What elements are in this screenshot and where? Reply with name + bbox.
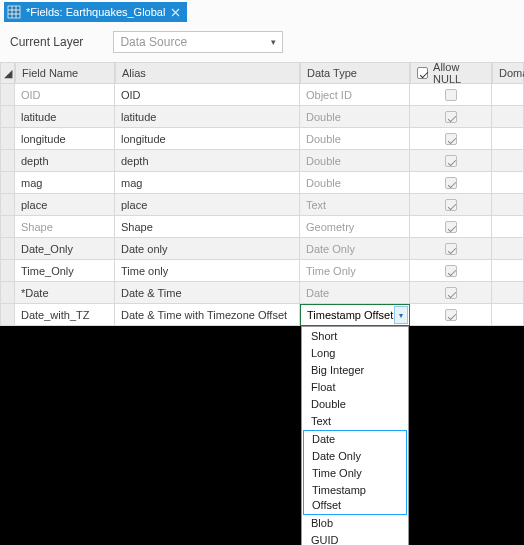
allow-null-checkbox[interactable] <box>445 155 457 167</box>
cell-allow-null[interactable] <box>410 282 492 304</box>
dropdown-item[interactable]: Date Only <box>304 448 406 465</box>
dropdown-item[interactable]: Timestamp Offset <box>304 482 406 514</box>
table-row[interactable]: latitudelatitudeDouble <box>0 106 524 128</box>
cell-alias[interactable]: Date only <box>115 238 300 260</box>
layer-dropdown[interactable]: Data Source ▾ <box>113 31 283 53</box>
dropdown-item[interactable]: Double <box>303 396 407 413</box>
row-handle[interactable] <box>0 216 15 238</box>
cell-allow-null[interactable] <box>410 150 492 172</box>
rowhandle-header[interactable]: ◢ <box>0 62 15 84</box>
cell-domain[interactable] <box>492 194 524 216</box>
cell-alias[interactable]: Date & Time with Timezone Offset <box>115 304 300 326</box>
allow-null-checkbox[interactable] <box>445 287 457 299</box>
col-alias[interactable]: Alias <box>115 62 300 84</box>
cell-alias[interactable]: Shape <box>115 216 300 238</box>
row-handle[interactable] <box>0 282 15 304</box>
cell-allow-null[interactable] <box>410 260 492 282</box>
table-row[interactable]: placeplaceText <box>0 194 524 216</box>
cell-field-name[interactable]: OID <box>15 84 115 106</box>
cell-domain[interactable] <box>492 172 524 194</box>
cell-data-type[interactable]: Double <box>300 106 410 128</box>
allow-null-checkbox[interactable] <box>445 265 457 277</box>
table-row[interactable]: magmagDouble <box>0 172 524 194</box>
table-row[interactable]: longitudelongitudeDouble <box>0 128 524 150</box>
row-handle[interactable] <box>0 150 15 172</box>
cell-alias[interactable]: latitude <box>115 106 300 128</box>
cell-alias[interactable]: place <box>115 194 300 216</box>
cell-data-type[interactable]: Time Only <box>300 260 410 282</box>
cell-domain[interactable] <box>492 106 524 128</box>
cell-field-name[interactable]: Time_Only <box>15 260 115 282</box>
cell-data-type[interactable]: Geometry <box>300 216 410 238</box>
table-row[interactable]: ShapeShapeGeometry <box>0 216 524 238</box>
cell-alias[interactable]: Date & Time <box>115 282 300 304</box>
cell-field-name[interactable]: place <box>15 194 115 216</box>
table-row[interactable]: *DateDate & TimeDate <box>0 282 524 304</box>
table-row[interactable]: depthdepthDouble <box>0 150 524 172</box>
cell-allow-null[interactable] <box>410 238 492 260</box>
cell-alias[interactable]: mag <box>115 172 300 194</box>
cell-domain[interactable] <box>492 84 524 106</box>
cell-domain[interactable] <box>492 216 524 238</box>
cell-domain[interactable] <box>492 282 524 304</box>
row-handle[interactable] <box>0 238 15 260</box>
row-handle[interactable] <box>0 304 15 326</box>
cell-alias[interactable]: depth <box>115 150 300 172</box>
allow-null-checkbox[interactable] <box>445 177 457 189</box>
table-row[interactable]: OIDOIDObject ID <box>0 84 524 106</box>
dropdown-item[interactable]: Big Integer <box>303 362 407 379</box>
dropdown-item[interactable]: Short <box>303 328 407 345</box>
cell-domain[interactable] <box>492 128 524 150</box>
cell-allow-null[interactable] <box>410 106 492 128</box>
close-icon[interactable] <box>169 6 181 18</box>
cell-field-name[interactable]: mag <box>15 172 115 194</box>
table-row[interactable]: Date_OnlyDate onlyDate Only <box>0 238 524 260</box>
data-type-dropdown-list[interactable]: ShortLongBig IntegerFloatDoubleText Date… <box>301 326 409 545</box>
cell-allow-null[interactable] <box>410 216 492 238</box>
dropdown-item[interactable]: Date <box>304 431 406 448</box>
row-handle[interactable] <box>0 128 15 150</box>
cell-data-type[interactable]: Double <box>300 172 410 194</box>
allow-null-checkbox[interactable] <box>445 221 457 233</box>
cell-allow-null[interactable] <box>410 304 492 326</box>
dropdown-item[interactable]: Text <box>303 413 407 430</box>
allow-null-checkbox[interactable] <box>445 199 457 211</box>
table-row[interactable]: Date_with_TZDate & Time with Timezone Of… <box>0 304 524 326</box>
row-handle[interactable] <box>0 84 15 106</box>
data-type-combo-button[interactable]: ▾ <box>394 306 408 324</box>
cell-field-name[interactable]: latitude <box>15 106 115 128</box>
cell-data-type[interactable]: Text <box>300 194 410 216</box>
table-row[interactable]: Time_OnlyTime onlyTime Only <box>0 260 524 282</box>
cell-field-name[interactable]: depth <box>15 150 115 172</box>
cell-domain[interactable] <box>492 150 524 172</box>
allow-null-checkbox[interactable] <box>445 243 457 255</box>
cell-data-type[interactable]: Date <box>300 282 410 304</box>
dropdown-item[interactable]: Time Only <box>304 465 406 482</box>
cell-field-name[interactable]: Date_with_TZ <box>15 304 115 326</box>
cell-field-name[interactable]: Shape <box>15 216 115 238</box>
row-handle[interactable] <box>0 172 15 194</box>
row-handle[interactable] <box>0 260 15 282</box>
allow-null-checkbox[interactable] <box>445 309 457 321</box>
cell-alias[interactable]: longitude <box>115 128 300 150</box>
cell-field-name[interactable]: longitude <box>15 128 115 150</box>
cell-field-name[interactable]: *Date <box>15 282 115 304</box>
allow-null-header-checkbox[interactable] <box>417 67 428 79</box>
row-handle[interactable] <box>0 194 15 216</box>
row-handle[interactable] <box>0 106 15 128</box>
cell-data-type[interactable]: Double <box>300 150 410 172</box>
cell-allow-null[interactable] <box>410 84 492 106</box>
dropdown-item[interactable]: Float <box>303 379 407 396</box>
cell-field-name[interactable]: Date_Only <box>15 238 115 260</box>
cell-data-type[interactable]: Double <box>300 128 410 150</box>
dropdown-item[interactable]: Blob <box>303 515 407 532</box>
allow-null-checkbox[interactable] <box>445 111 457 123</box>
tab-fields[interactable]: *Fields: Earthquakes_Global <box>4 2 187 22</box>
col-field-name[interactable]: Field Name <box>15 62 115 84</box>
cell-alias[interactable]: Time only <box>115 260 300 282</box>
allow-null-checkbox[interactable] <box>445 133 457 145</box>
cell-domain[interactable] <box>492 238 524 260</box>
col-data-type[interactable]: Data Type <box>300 62 410 84</box>
cell-domain[interactable] <box>492 304 524 326</box>
cell-allow-null[interactable] <box>410 194 492 216</box>
